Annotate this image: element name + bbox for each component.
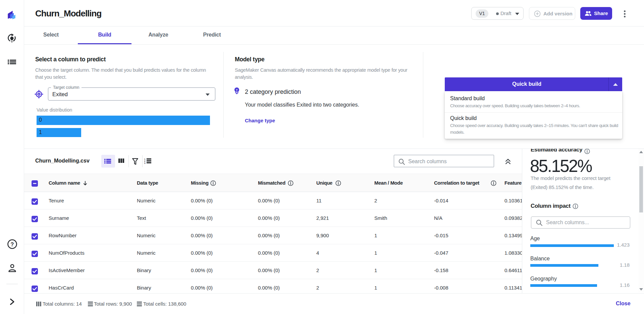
svg-text:3: 3	[144, 162, 146, 164]
svg-text:?: ?	[11, 242, 14, 247]
